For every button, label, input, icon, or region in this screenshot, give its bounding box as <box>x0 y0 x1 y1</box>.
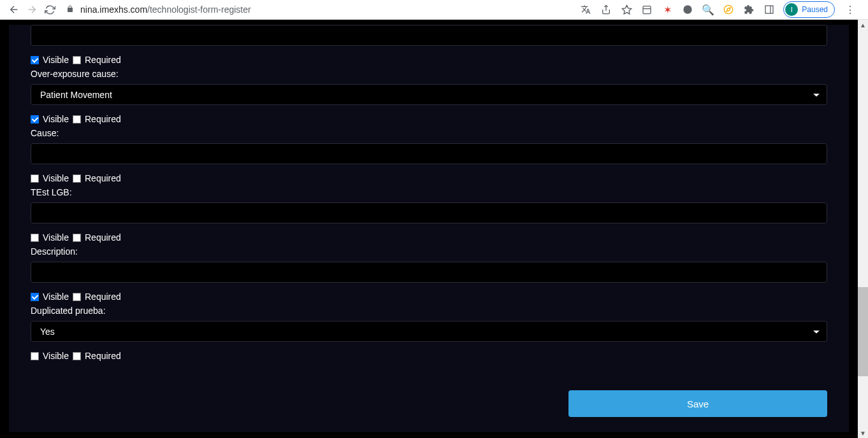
visible-checkbox[interactable] <box>31 174 39 183</box>
form-group-description: Visible Required Description: <box>31 232 827 283</box>
svg-marker-5 <box>727 8 730 11</box>
scroll-up-icon[interactable]: ▲ <box>858 20 868 30</box>
form-group-cause: Visible Required Cause: <box>31 114 827 164</box>
required-label: Required <box>85 351 121 361</box>
required-label: Required <box>85 292 121 302</box>
form-group-over-exposure: Visible Required Over-exposure cause: Pa… <box>31 55 827 105</box>
checkbox-row: Visible Required <box>31 292 827 302</box>
field-label: Cause: <box>31 128 827 138</box>
form-group-test-lgb: Visible Required TEst LGB: <box>31 173 827 223</box>
required-checkbox[interactable] <box>73 293 81 301</box>
address-bar[interactable]: nina.imexhs.com/technologist-form-regist… <box>66 4 579 15</box>
star-icon[interactable] <box>620 3 633 16</box>
browser-menu-icon[interactable]: ⋮ <box>843 4 858 16</box>
url-path: /technologist-form-register <box>147 4 251 15</box>
required-label: Required <box>85 173 121 183</box>
required-checkbox[interactable] <box>73 115 81 124</box>
profile-status: Paused <box>802 5 828 14</box>
required-checkbox[interactable] <box>73 174 81 183</box>
field-label: TEst LGB: <box>31 187 827 197</box>
url-domain: nina.imexhs.com <box>80 4 147 15</box>
scroll-thumb[interactable] <box>858 287 868 376</box>
test-lgb-input[interactable] <box>31 202 827 223</box>
share-icon[interactable] <box>600 3 612 16</box>
required-checkbox[interactable] <box>73 234 81 242</box>
required-label: Required <box>85 114 121 124</box>
required-checkbox[interactable] <box>73 352 81 360</box>
checkbox-row: Visible Required <box>31 114 827 124</box>
visible-label: Visible <box>43 114 69 124</box>
field-label: Duplicated prueba: <box>31 306 827 316</box>
required-label: Required <box>85 232 121 243</box>
svg-rect-1 <box>643 6 651 14</box>
visible-checkbox[interactable] <box>31 115 39 124</box>
form-group-duplicated: Visible Required Duplicated prueba: Yes <box>31 292 827 342</box>
cause-input[interactable] <box>31 143 827 164</box>
forward-button[interactable] <box>23 1 41 18</box>
browser-toolbar: nina.imexhs.com/technologist-form-regist… <box>0 0 868 20</box>
avatar: I <box>785 3 798 16</box>
visible-label: Visible <box>43 351 69 361</box>
scrollbar[interactable]: ▲ ▼ <box>858 20 868 438</box>
scroll-down-icon[interactable]: ▼ <box>858 428 868 438</box>
field-label: Over-exposure cause: <box>31 69 827 79</box>
svg-point-3 <box>684 5 692 13</box>
checkbox-row: Visible Required <box>31 232 827 243</box>
description-input[interactable] <box>31 262 827 283</box>
checkbox-row: Visible Required <box>31 351 827 361</box>
visible-checkbox[interactable] <box>31 293 39 301</box>
puzzle-icon[interactable] <box>742 3 755 16</box>
previous-field-input[interactable] <box>31 25 827 46</box>
panel-icon[interactable] <box>763 3 776 16</box>
profile-badge[interactable]: I Paused <box>783 1 835 18</box>
reload-button[interactable] <box>41 1 59 18</box>
visible-checkbox[interactable] <box>31 56 39 64</box>
form-panel: Visible Required Over-exposure cause: Pa… <box>9 25 849 432</box>
checkbox-row: Visible Required <box>31 173 827 183</box>
globe-icon[interactable] <box>681 3 694 16</box>
required-checkbox[interactable] <box>73 56 81 64</box>
svg-rect-6 <box>765 6 773 13</box>
visible-label: Visible <box>43 232 69 243</box>
duplicated-select[interactable]: Yes <box>31 321 827 342</box>
save-button[interactable]: Save <box>568 390 827 417</box>
svg-point-4 <box>725 5 733 13</box>
calendar-icon[interactable] <box>640 3 653 16</box>
extension-icons: ✶ 🔍 I Paused ⋮ <box>579 1 858 18</box>
visible-label: Visible <box>43 292 69 302</box>
page-content: Visible Required Over-exposure cause: Pa… <box>0 20 868 438</box>
form-group-last: Visible Required <box>31 351 827 361</box>
visible-checkbox[interactable] <box>31 234 39 242</box>
compass-icon[interactable] <box>722 3 735 16</box>
field-label: Description: <box>31 246 827 257</box>
lock-icon <box>66 5 74 15</box>
checkbox-row: Visible Required <box>31 55 827 65</box>
visible-label: Visible <box>43 55 69 65</box>
required-label: Required <box>85 55 121 65</box>
svg-marker-0 <box>622 5 631 13</box>
ext1-icon[interactable]: ✶ <box>661 3 674 16</box>
visible-checkbox[interactable] <box>31 352 39 360</box>
visible-label: Visible <box>43 173 69 183</box>
translate-icon[interactable] <box>579 3 592 16</box>
over-exposure-select[interactable]: Patient Movement <box>31 84 827 105</box>
back-button[interactable] <box>5 1 23 18</box>
search-ext-icon[interactable]: 🔍 <box>702 3 714 16</box>
